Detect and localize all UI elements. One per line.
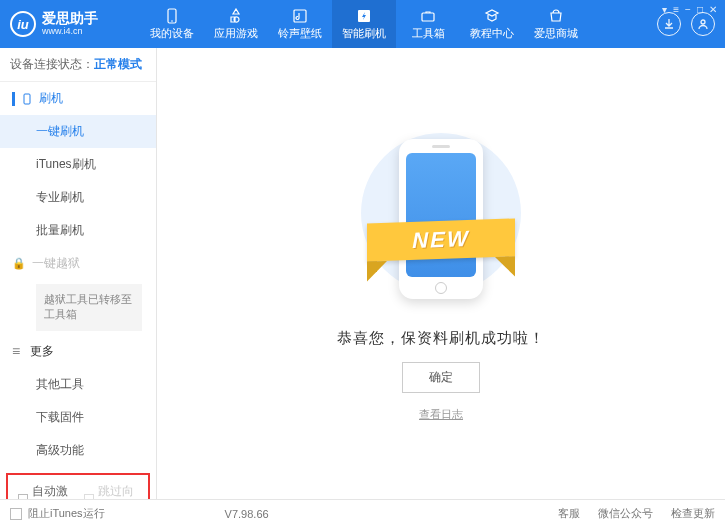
nav-my-device[interactable]: 我的设备 <box>140 0 204 48</box>
tutorial-icon <box>483 8 501 24</box>
sidebar-item-onekey-flash[interactable]: 一键刷机 <box>0 115 156 148</box>
nav-smart-flash[interactable]: 智能刷机 <box>332 0 396 48</box>
footer: 阻止iTunes运行 V7.98.66 客服 微信公众号 检查更新 <box>0 499 725 527</box>
nav-label: 我的设备 <box>150 26 194 41</box>
nav-store[interactable]: 爱思商城 <box>524 0 588 48</box>
flash-icon <box>355 8 373 24</box>
status-value: 正常模式 <box>94 57 142 71</box>
svg-point-5 <box>701 20 705 24</box>
main-content: NEW 恭喜您，保资料刷机成功啦！ 确定 查看日志 <box>157 48 725 499</box>
sidebar-jailbreak-note[interactable]: 越狱工具已转移至工具箱 <box>36 284 142 331</box>
highlighted-options: 自动激活 跳过向导 <box>6 473 150 499</box>
apps-icon <box>227 8 245 24</box>
nav-label: 工具箱 <box>412 26 445 41</box>
nav-label: 铃声壁纸 <box>278 26 322 41</box>
ok-button[interactable]: 确定 <box>402 362 480 393</box>
more-icon <box>12 343 24 359</box>
minimize-icon[interactable]: − <box>685 4 691 15</box>
lock-icon: 🔒 <box>12 257 26 270</box>
close-icon[interactable]: ✕ <box>709 4 717 15</box>
app-logo: iu 爱思助手 www.i4.cn <box>10 11 140 37</box>
svg-rect-2 <box>294 10 306 22</box>
footer-link-wechat[interactable]: 微信公众号 <box>598 506 653 521</box>
connection-status: 设备连接状态：正常模式 <box>0 48 156 82</box>
nav-label: 教程中心 <box>470 26 514 41</box>
sidebar-item-other-tools[interactable]: 其他工具 <box>0 368 156 401</box>
nav-tutorials[interactable]: 教程中心 <box>460 0 524 48</box>
phone-icon <box>21 93 33 105</box>
version-label: V7.98.66 <box>225 508 269 520</box>
checkbox-auto-activate[interactable]: 自动激活 <box>18 483 72 499</box>
sidebar-item-download-firmware[interactable]: 下载固件 <box>0 401 156 434</box>
nav-label: 应用游戏 <box>214 26 258 41</box>
svg-rect-4 <box>422 13 434 21</box>
nav-apps-games[interactable]: 应用游戏 <box>204 0 268 48</box>
success-illustration: NEW <box>361 125 521 315</box>
section-label: 刷机 <box>39 90 63 107</box>
footer-link-support[interactable]: 客服 <box>558 506 580 521</box>
app-url: www.i4.cn <box>42 27 98 37</box>
sidebar-item-batch-flash[interactable]: 批量刷机 <box>0 214 156 247</box>
user-button[interactable] <box>691 12 715 36</box>
checkbox-block-itunes[interactable]: 阻止iTunes运行 <box>10 506 105 521</box>
device-icon <box>163 8 181 24</box>
nav-label: 智能刷机 <box>342 26 386 41</box>
sidebar-item-advanced[interactable]: 高级功能 <box>0 434 156 467</box>
svg-point-1 <box>171 20 173 22</box>
ringtone-icon <box>291 8 309 24</box>
store-icon <box>547 8 565 24</box>
nav-toolbox[interactable]: 工具箱 <box>396 0 460 48</box>
active-bar-icon <box>12 92 15 106</box>
checkbox-label: 自动激活 <box>32 483 72 499</box>
sidebar-item-pro-flash[interactable]: 专业刷机 <box>0 181 156 214</box>
status-label: 设备连接状态： <box>10 57 94 71</box>
sidebar-section-flash[interactable]: 刷机 <box>0 82 156 115</box>
footer-link-update[interactable]: 检查更新 <box>671 506 715 521</box>
download-button[interactable] <box>657 12 681 36</box>
new-ribbon: NEW <box>367 218 515 261</box>
app-header: iu 爱思助手 www.i4.cn 我的设备 应用游戏 铃声壁纸 智能刷机 工具… <box>0 0 725 48</box>
svg-rect-6 <box>24 94 30 104</box>
sidebar-section-jailbreak[interactable]: 🔒 一键越狱 <box>0 247 156 280</box>
sidebar: 设备连接状态：正常模式 刷机 一键刷机 iTunes刷机 专业刷机 批量刷机 🔒… <box>0 48 157 499</box>
nav-ringtones[interactable]: 铃声壁纸 <box>268 0 332 48</box>
toolbox-icon <box>419 8 437 24</box>
section-label: 一键越狱 <box>32 255 80 272</box>
top-nav: 我的设备 应用游戏 铃声壁纸 智能刷机 工具箱 教程中心 爱思商城 <box>140 0 588 48</box>
app-title: 爱思助手 <box>42 11 98 26</box>
checkbox-label: 阻止iTunes运行 <box>28 506 105 521</box>
checkbox-icon <box>10 508 22 520</box>
sidebar-item-itunes-flash[interactable]: iTunes刷机 <box>0 148 156 181</box>
success-message: 恭喜您，保资料刷机成功啦！ <box>337 329 545 348</box>
logo-icon: iu <box>10 11 36 37</box>
view-log-link[interactable]: 查看日志 <box>419 407 463 422</box>
nav-label: 爱思商城 <box>534 26 578 41</box>
section-label: 更多 <box>30 343 54 360</box>
checkbox-skip-guide[interactable]: 跳过向导 <box>84 483 138 499</box>
sidebar-section-more[interactable]: 更多 <box>0 335 156 368</box>
checkbox-label: 跳过向导 <box>98 483 138 499</box>
